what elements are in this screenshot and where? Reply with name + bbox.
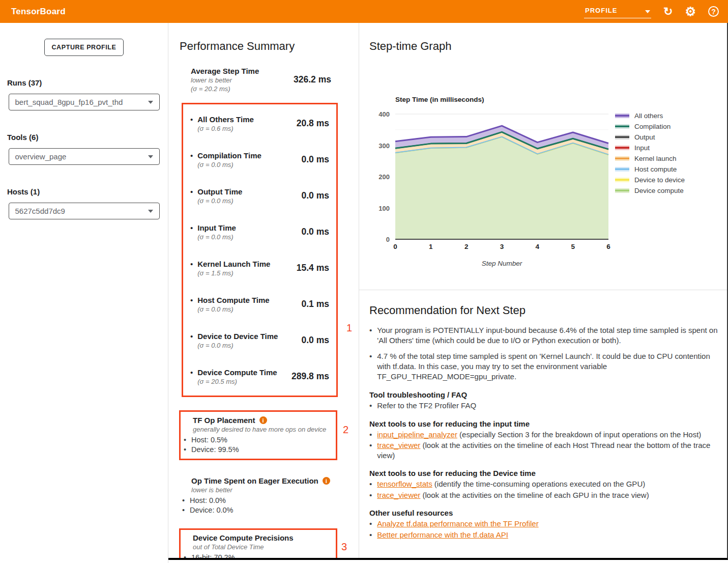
metric-label: Output Time	[197, 187, 242, 196]
bullet-icon: •	[369, 351, 372, 382]
bullet-icon: •	[369, 490, 372, 500]
list-item-text: Device: 0.0%	[190, 505, 233, 515]
metric-sigma: (σ = 0.0 ms)	[197, 342, 278, 349]
legend-item-all-others: All others	[615, 112, 663, 120]
info-icon[interactable]: i	[323, 477, 330, 485]
block-note: lower is better	[191, 486, 337, 494]
metric-label: Host Compute Time	[197, 296, 269, 304]
tool-link[interactable]: Analyze tf.data performance with the TF …	[377, 519, 538, 528]
recommendation-bullet: •4.7 % of the total step time sampled is…	[369, 351, 720, 382]
metric-sigma: (σ = 0.0 ms)	[197, 233, 236, 241]
section-list: •tensorflow_stats (identify the time-con…	[369, 479, 720, 500]
list-item: •trace_viewer (look at the activities on…	[369, 440, 725, 460]
tool-link[interactable]: input_pipeline_analyzer	[377, 430, 457, 439]
list-item: •Host: 0.5%	[181, 435, 336, 445]
chevron-down-icon	[645, 10, 650, 13]
x-axis-label: Step Number	[482, 260, 522, 267]
section-list: •input_pipeline_analyzer (especially Sec…	[369, 430, 720, 461]
selector-label: Hosts (1)	[7, 187, 168, 196]
bullet-icon: •	[369, 325, 372, 346]
metric-value: 0.0 ms	[302, 227, 329, 237]
legend-swatch-line	[615, 147, 629, 149]
selector-dropdown-1[interactable]: overview_page	[9, 148, 160, 165]
legend-swatch-line	[615, 115, 629, 117]
bullet-icon: •	[182, 496, 185, 505]
bullet-icon: •	[369, 401, 372, 411]
y-tick-label: 400	[378, 110, 390, 118]
metric-label: Compilation Time	[197, 151, 261, 160]
tool-link[interactable]: trace_viewer	[377, 441, 420, 449]
tool-link[interactable]: trace_viewer	[377, 491, 420, 499]
info-icon[interactable]: i	[259, 416, 267, 424]
selector-group-0: Runs (37)bert_squad_8gpu_fp16_pvt_thd	[0, 78, 168, 110]
dashboard-selector-value: PROFILE	[585, 7, 617, 14]
bullet-icon: •	[190, 368, 193, 385]
metric-value: 0.0 ms	[302, 335, 329, 346]
annotation-2: 2	[343, 424, 348, 436]
legend-item-host-compute: Host compute	[615, 165, 677, 173]
chart-title: Step Time (in milliseconds)	[395, 96, 484, 103]
capture-profile-button[interactable]: CAPTURE PROFILE	[44, 39, 124, 56]
bullet-icon: •	[190, 260, 193, 277]
bullet-icon: •	[184, 553, 186, 560]
selector-value: 5627c5dd7dc9	[15, 207, 65, 215]
metric-sigma: (σ = 20.2 ms)	[191, 85, 259, 93]
section-heading: Tool troubleshooting / FAQ	[369, 390, 720, 399]
selector-dropdown-0[interactable]: bert_squad_8gpu_fp16_pvt_thd	[9, 94, 160, 110]
y-tick-label: 100	[378, 205, 390, 212]
y-tick-label: 300	[378, 142, 390, 150]
metric-value: 289.8 ms	[292, 371, 329, 382]
list-item-text: Host: 0.5%	[191, 435, 227, 445]
legend-swatch-line	[615, 190, 629, 192]
eager-execution-title-row: Op Time Spent on Eager Executioni	[191, 476, 337, 485]
x-tick-label: 0	[393, 243, 397, 250]
refresh-icon[interactable]: ↻	[663, 6, 673, 17]
list-item-text: Better performance with the tf.data API	[377, 530, 508, 540]
legend-item-input: Input	[615, 144, 650, 152]
section-heading: Next tools to use for reducing the Devic…	[369, 469, 720, 477]
legend-label: Compilation	[634, 123, 671, 130]
legend-label: Kernel launch	[634, 155, 677, 162]
selector-label: Runs (37)	[7, 78, 168, 87]
selector-label: Tools (6)	[7, 133, 168, 142]
metric-value: 326.2 ms	[294, 74, 331, 85]
bullet-icon: •	[184, 435, 186, 445]
help-icon[interactable]: ?	[708, 6, 719, 17]
list-item: •Host: 0.0%	[179, 496, 337, 505]
bullet-icon: •	[190, 187, 193, 205]
selector-dropdown-2[interactable]: 5627c5dd7dc9	[9, 203, 160, 219]
profile-plugin-frame: Performance Summary Average Step Time lo…	[168, 23, 728, 560]
bullet-icon: •	[190, 115, 193, 132]
metric-label: Input Time	[197, 223, 236, 232]
tf-op-placement-box: TF Op Placementigenerally desired to hav…	[179, 410, 337, 460]
bullet-icon: •	[190, 223, 193, 241]
chevron-down-icon	[148, 101, 153, 104]
list-item: •input_pipeline_analyzer (especially Sec…	[369, 430, 725, 440]
legend-swatch-line	[615, 179, 629, 181]
y-tick-label: 0	[386, 236, 390, 243]
chevron-down-icon	[148, 155, 153, 158]
list-item-text: 16-bit: 70.2%	[191, 553, 235, 560]
metric-sigma: (σ = 0.0 ms)	[197, 161, 261, 168]
y-tick-label: 200	[378, 173, 390, 181]
section-heading: Next tools to use for reducing the input…	[369, 419, 720, 428]
legend-label: Input	[634, 144, 650, 152]
eager-execution-block: Op Time Spent on Eager Executionilower i…	[179, 476, 337, 515]
compute-precisions-title-row: Device Compute Precisions	[193, 533, 336, 542]
tool-link[interactable]: tensorflow_stats	[377, 480, 432, 488]
dashboard-selector[interactable]: PROFILE	[584, 5, 651, 18]
recommendation-title: Recommendation for Next Step	[369, 304, 720, 317]
sidebar: CAPTURE PROFILE Runs (37)bert_squad_8gpu…	[0, 23, 168, 563]
block-title: Device Compute Precisions	[193, 533, 294, 542]
tool-link[interactable]: Better performance with the tf.data API	[377, 530, 508, 539]
settings-gear-icon[interactable]: ⚙	[685, 6, 696, 17]
selector-group-2: Hosts (1)5627c5dd7dc9	[0, 187, 168, 219]
recommendation-bullet: •Your program is POTENTIALLY input-bound…	[369, 325, 720, 346]
bullet-icon: •	[369, 479, 372, 489]
block-title: TF Op Placement	[193, 416, 255, 425]
list-item-text: Analyze tf.data performance with the TF …	[377, 519, 538, 529]
legend-item-compilation: Compilation	[615, 123, 671, 130]
block-title: Op Time Spent on Eager Execution	[191, 476, 318, 485]
list-item-text: tensorflow_stats (identify the time-cons…	[377, 479, 645, 489]
bullet-icon: •	[190, 151, 193, 168]
